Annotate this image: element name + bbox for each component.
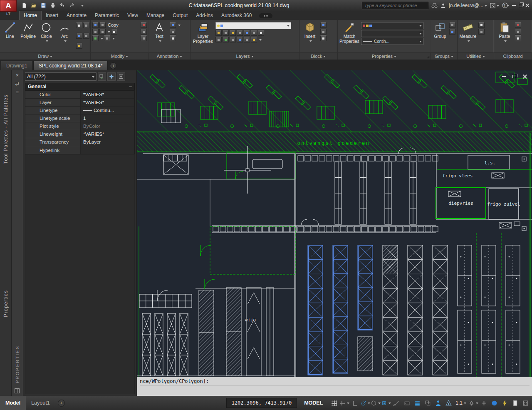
move-icon[interactable] — [92, 22, 99, 28]
open-folder-icon[interactable] — [30, 2, 38, 10]
fillet-icon[interactable] — [92, 35, 99, 41]
grid-display-icon[interactable] — [329, 398, 339, 408]
qat-menu-icon[interactable] — [77, 2, 86, 10]
group-tool[interactable]: Group — [432, 21, 448, 52]
create-block-icon[interactable] — [320, 22, 327, 28]
panel-label-annotation[interactable]: Annotation — [149, 53, 191, 60]
property-row-plot-style[interactable]: Plot styleByColor — [25, 122, 134, 130]
snap-mode-icon[interactable] — [339, 398, 349, 408]
close-button[interactable] — [525, 3, 530, 7]
mirror-icon[interactable] — [111, 29, 117, 35]
search-binoculars-icon[interactable] — [431, 3, 438, 8]
palette-menu-icon[interactable]: ≡ — [14, 89, 21, 95]
explode-icon[interactable] — [141, 29, 147, 35]
linetype-combobox[interactable]: Contin... — [361, 38, 423, 45]
exchange-apps-icon[interactable] — [490, 3, 499, 8]
minimize-button[interactable] — [512, 5, 516, 6]
block-attributes-icon[interactable] — [320, 35, 327, 41]
dock-tool-palettes-label[interactable]: Tool Palettes - All Palettes — [3, 94, 9, 164]
palette-close-icon[interactable]: × — [14, 72, 21, 79]
arc-tool[interactable]: Arc — [55, 21, 74, 52]
rectangle-icon[interactable] — [76, 22, 82, 28]
drawing-restore-icon[interactable] — [512, 75, 516, 78]
add-status-plus-icon[interactable] — [479, 398, 489, 408]
panel-label-draw[interactable]: Draw — [0, 53, 91, 60]
clean-screen-icon[interactable] — [520, 398, 530, 408]
paste-special-icon[interactable] — [515, 35, 521, 41]
property-row-color[interactable]: Color*VARIES* — [25, 91, 134, 99]
region-icon[interactable] — [83, 33, 89, 39]
layer-unlock-icon[interactable] — [230, 37, 236, 42]
file-tab-drawing1[interactable]: Drawing1 — [1, 61, 33, 70]
hatch-icon[interactable] — [76, 33, 82, 39]
text-tool[interactable]: Text — [150, 21, 169, 52]
panel-label-groups[interactable]: Groups — [431, 53, 458, 60]
property-row-linetype-scale[interactable]: Linetype scale1 — [25, 114, 134, 122]
object-snap-tracking-icon[interactable] — [391, 398, 401, 408]
selection-filter-dropdown[interactable]: All (722) — [25, 72, 97, 81]
quick-calc-icon[interactable] — [478, 29, 485, 35]
panel-label-properties[interactable]: Properties — [338, 53, 431, 60]
help-icon[interactable]: ? — [502, 2, 509, 8]
ungroup-icon[interactable] — [449, 22, 455, 28]
ellipse-icon[interactable] — [83, 22, 89, 28]
layout1-tab[interactable]: Layout1 — [26, 396, 55, 410]
quick-select-button[interactable] — [107, 72, 116, 81]
dynamic-input-icon[interactable] — [402, 398, 412, 408]
workspace-gear-icon[interactable] — [468, 398, 478, 408]
properties-dialog-launcher-icon[interactable] — [427, 56, 429, 58]
palette-grip-icon[interactable] — [15, 388, 20, 393]
property-value[interactable]: ByLayer — [80, 138, 134, 146]
offset-icon[interactable] — [141, 35, 147, 41]
dimension-icon[interactable] — [170, 22, 176, 28]
save-icon[interactable] — [39, 2, 47, 10]
layer-match-icon[interactable] — [244, 30, 250, 36]
annotation-scale-button[interactable]: 1:1 — [454, 400, 468, 406]
isodraft-icon[interactable] — [371, 398, 381, 408]
property-value[interactable]: 1 — [80, 114, 134, 122]
tab-manage[interactable]: Manage — [142, 11, 168, 20]
property-value[interactable]: *VARIES* — [80, 130, 134, 138]
drawing-close-icon[interactable] — [523, 75, 527, 79]
collapse-icon[interactable]: – — [129, 84, 132, 89]
line-tool[interactable]: Line — [1, 21, 19, 52]
property-row-linetype[interactable]: LinetypeContinu... — [25, 107, 134, 114]
property-value[interactable]: Continu... — [80, 107, 134, 114]
layer-thaw-icon[interactable] — [223, 37, 229, 42]
revision-cloud-icon[interactable] — [76, 43, 82, 49]
tab-addins[interactable]: Add-ins — [192, 11, 217, 20]
ortho-mode-icon[interactable] — [350, 398, 360, 408]
cut-icon[interactable] — [515, 22, 521, 28]
edit-block-icon[interactable] — [320, 29, 327, 35]
lineweight-combobox[interactable] — [361, 30, 423, 37]
property-row-lineweight[interactable]: Lineweight*VARIES* — [25, 130, 134, 138]
layer-walk-icon[interactable] — [244, 37, 250, 42]
layer-select-combobox[interactable] — [215, 22, 291, 29]
layer-state-icon[interactable] — [258, 30, 264, 36]
undo-icon[interactable] — [58, 2, 67, 10]
copy-clip-icon[interactable] — [515, 29, 521, 35]
select-objects-button[interactable] — [98, 72, 106, 81]
new-drawing-tab-button[interactable]: + — [110, 62, 116, 69]
copy-label[interactable]: Copy — [108, 22, 119, 27]
tab-view[interactable]: View — [123, 11, 142, 20]
command-prompt[interactable]: nce/WPolygon/CPolygon]: — [140, 378, 530, 386]
new-file-icon[interactable] — [20, 2, 28, 10]
new-layout-button[interactable]: + — [58, 400, 65, 407]
model-tab[interactable]: Model — [0, 396, 26, 410]
tab-home[interactable]: Home — [19, 11, 42, 20]
leader-icon[interactable] — [170, 29, 176, 35]
file-tab-active[interactable]: SPL cooking world 21 08 14* — [33, 61, 108, 70]
polar-tracking-icon[interactable] — [360, 398, 370, 408]
layer-prev-icon[interactable] — [251, 30, 257, 36]
panel-label-layers[interactable]: Layers — [191, 53, 299, 60]
panel-label-block[interactable]: Block — [299, 53, 338, 60]
layer-unisolate-icon[interactable] — [215, 37, 222, 42]
property-value[interactable] — [80, 146, 134, 154]
panel-label-utilities[interactable]: Utilities — [458, 53, 494, 60]
lineweight-display-icon[interactable] — [412, 398, 422, 408]
property-row-layer[interactable]: Layer*VARIES* — [25, 99, 134, 107]
pickadd-toggle-button[interactable] — [117, 72, 125, 81]
circle-tool[interactable]: Circle — [37, 21, 56, 52]
group-edit-icon[interactable] — [449, 29, 455, 35]
